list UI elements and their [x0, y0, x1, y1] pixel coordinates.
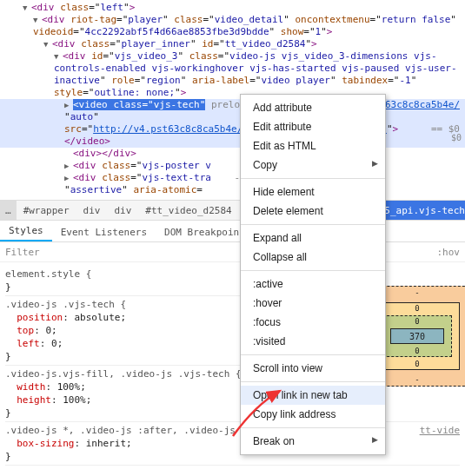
disclosure-triangle[interactable]: ▼ — [43, 38, 52, 50]
dom-tree[interactable]: ▼<div class="left"> ▼<div riot-tag="play… — [0, 0, 465, 200]
menu-open-link-new-tab[interactable]: Open link in new tab — [241, 386, 385, 405]
dom-node-selected[interactable]: ▶<video class="vjs-tech" preload="auto" … — [0, 99, 465, 148]
hov-toggle[interactable]: :hov — [437, 247, 461, 258]
crumb-item[interactable]: #tt_video_d2584 — [138, 205, 238, 216]
styles-pane: Filter :hov element.style {} tt-vide .vi… — [0, 242, 465, 476]
crumb-item[interactable]: div — [76, 205, 108, 216]
crumb-selected[interactable]: ml5_api.vjs-tech — [373, 201, 465, 220]
dom-node[interactable]: <div></div> — [0, 148, 465, 160]
dom-node[interactable]: ▼<div class="left"> — [0, 2, 465, 14]
source-link[interactable]: tt-vide — [420, 424, 460, 437]
dom-node[interactable]: ▶<div class="vjs-poster v — [0, 160, 465, 172]
menu-pseudo-visited[interactable]: :visited — [241, 332, 385, 351]
menu-pseudo-focus[interactable]: :focus — [241, 313, 385, 332]
menu-edit-attribute[interactable]: Edit attribute — [241, 117, 385, 136]
dom-node[interactable]: ▼<div id="vjs_video_3" class="video-js v… — [0, 50, 465, 99]
box-content-size: 370 — [390, 328, 444, 344]
crumb-ellipsis[interactable]: … — [0, 201, 17, 220]
menu-pseudo-active[interactable]: :active — [241, 274, 385, 294]
menu-hide-element[interactable]: Hide element — [241, 182, 385, 202]
src-link[interactable]: http://v4.pst — [93, 123, 168, 135]
dom-node[interactable]: ▼<div class="player_inner" id="tt_video_… — [0, 38, 465, 50]
css-rule[interactable]: tt-vide .video-js *, .video-js :after, .… — [5, 422, 460, 466]
disclosure-triangle[interactable]: ▼ — [33, 14, 42, 26]
menu-copy[interactable]: Copy — [241, 155, 385, 175]
menu-add-attribute[interactable]: Add attribute — [241, 98, 385, 117]
menu-break-on[interactable]: Break on — [241, 432, 385, 451]
crumb-item[interactable]: div — [107, 205, 138, 216]
tab-event-listeners[interactable]: Event Listeners — [52, 223, 156, 241]
breadcrumb[interactable]: … #wrapper div div #tt_video_d2584 # ml5… — [0, 200, 465, 221]
tab-styles[interactable]: Styles — [0, 221, 52, 241]
menu-scroll-into-view[interactable]: Scroll into view — [241, 359, 385, 378]
menu-pseudo-hover[interactable]: :hover — [241, 294, 385, 313]
context-menu[interactable]: Add attribute Edit attribute Edit as HTM… — [240, 94, 386, 455]
menu-delete-element[interactable]: Delete element — [241, 202, 385, 221]
disclosure-triangle[interactable]: ▼ — [23, 2, 31, 14]
src-link-tail[interactable]: 63c8c8ca5b4e/ — [385, 99, 460, 111]
crumb-item[interactable]: #wrapper — [17, 205, 76, 216]
side-panel-tabs[interactable]: Styles Event Listeners DOM Breakpoints P… — [0, 221, 465, 242]
disclosure-triangle[interactable]: ▶ — [64, 99, 73, 111]
disclosure-triangle[interactable]: ▼ — [54, 50, 63, 63]
menu-expand-all[interactable]: Expand all — [241, 228, 385, 248]
dom-node[interactable]: ▼<div riot-tag="player" class="video_det… — [0, 14, 465, 38]
menu-edit-as-html[interactable]: Edit as HTML — [241, 136, 385, 155]
menu-copy-link-address[interactable]: Copy link address — [241, 405, 385, 424]
dom-node[interactable]: ▶<div class="vjs-text-tra -live="asserti… — [0, 172, 465, 196]
menu-collapse-all[interactable]: Collapse all — [241, 248, 385, 267]
dollar-zero: $0 — [451, 132, 462, 144]
